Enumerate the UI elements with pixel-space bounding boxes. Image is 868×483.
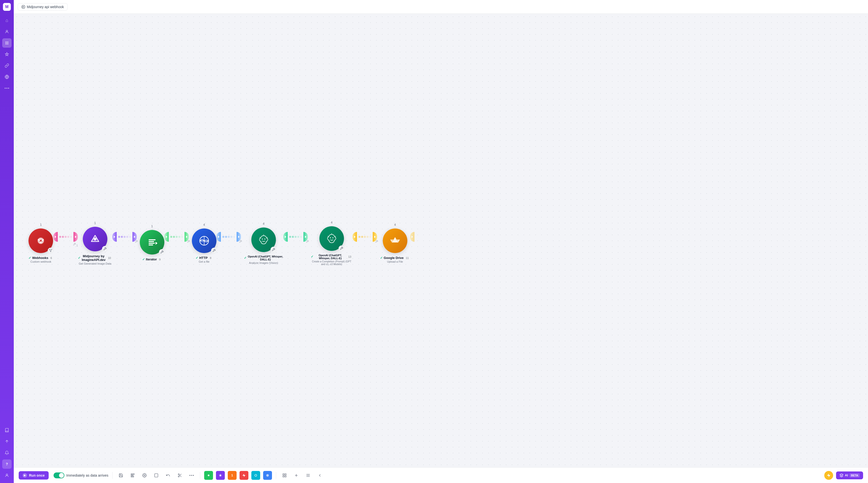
connector-5: [283, 232, 311, 242]
node-number: 4: [262, 222, 265, 225]
ai-button[interactable]: AI BETA: [836, 472, 863, 479]
node-circle-openai1[interactable]: [251, 228, 276, 252]
blue-tool-button[interactable]: [263, 471, 272, 480]
node-number: 4: [394, 223, 396, 227]
node-openai-completion[interactable]: 4 ✓ OpenAI (Chat: [311, 221, 352, 266]
sidebar-top-items: ⌂: [2, 16, 11, 425]
cyan-tool-button[interactable]: [251, 471, 260, 480]
main-area: Midjourney api webhook 1: [14, 0, 868, 483]
svg-rect-26: [131, 474, 134, 474]
end-arrow: [410, 232, 414, 242]
ai-label: AI: [845, 474, 848, 477]
divider-1: [112, 472, 113, 479]
svg-rect-15: [149, 239, 156, 240]
node-number: 1: [40, 223, 42, 227]
svg-point-9: [38, 239, 39, 241]
red-tool-button[interactable]: [240, 471, 248, 480]
sidebar-item-connections[interactable]: [2, 61, 11, 70]
run-once-label: Run once: [29, 474, 45, 477]
purple-tool-button[interactable]: [216, 471, 225, 480]
undo-button[interactable]: [164, 471, 173, 480]
node-webhooks[interactable]: 1: [29, 223, 53, 263]
scissors-button[interactable]: [176, 471, 184, 480]
svg-point-5: [6, 474, 8, 475]
connector-2: [112, 232, 140, 242]
collapse-button[interactable]: [315, 471, 324, 480]
sidebar-item-team[interactable]: [2, 27, 11, 36]
svg-point-24: [330, 237, 331, 238]
node-label-openai1: ✓ OpenAI (ChatGPT, Whisper, DALL-E) Anal…: [244, 255, 283, 264]
svg-rect-43: [283, 474, 284, 475]
back-button[interactable]: Midjourney api webhook: [18, 3, 68, 10]
workflow-canvas[interactable]: 1: [14, 14, 868, 467]
node-label-midjourney: ✓ Midjourney by ImagineAPI.dev 10 Get Ge…: [78, 254, 112, 265]
svg-point-3: [6, 88, 7, 89]
svg-point-0: [6, 30, 8, 32]
sidebar-item-globe[interactable]: [2, 72, 11, 82]
align-button[interactable]: [128, 471, 137, 480]
settings-button[interactable]: [140, 471, 149, 480]
more-options-button[interactable]: [187, 471, 196, 480]
node-circle-iterator[interactable]: [140, 230, 164, 254]
sidebar-item-user[interactable]: [2, 471, 11, 480]
run-once-button[interactable]: ▶ Run once: [19, 471, 49, 480]
sidebar-item-deploy[interactable]: [2, 437, 11, 446]
node-openai-vision[interactable]: 4 ✓ OpenAI (Chat: [244, 222, 283, 264]
connector-3: [164, 232, 192, 242]
svg-point-14: [94, 238, 97, 241]
grid-view-button[interactable]: [280, 471, 289, 480]
schedule-label: Immediately as data arrives: [66, 474, 108, 477]
svg-point-25: [333, 237, 333, 238]
add-module-button[interactable]: [292, 471, 301, 480]
svg-rect-17: [149, 243, 155, 244]
node-circle-googledrive[interactable]: [383, 229, 407, 253]
app-logo[interactable]: M: [3, 3, 11, 11]
svg-point-10: [42, 239, 44, 241]
svg-rect-30: [155, 474, 158, 477]
svg-marker-11: [49, 249, 52, 252]
sidebar-item-scenarios[interactable]: [2, 38, 11, 48]
sidebar-item-help[interactable]: ?: [2, 459, 11, 469]
sidebar-item-docs[interactable]: [2, 425, 11, 435]
spark-button[interactable]: [824, 471, 833, 480]
svg-rect-46: [285, 476, 286, 477]
save-button[interactable]: [117, 471, 125, 480]
green-tool-button[interactable]: [204, 471, 213, 480]
node-tool-wrench: [102, 246, 108, 252]
connector-4: [216, 232, 244, 242]
sidebar-item-home[interactable]: ⌂: [2, 16, 11, 25]
node-label-googledrive: ✓ Google Drive 11 Upload a File: [380, 256, 410, 263]
svg-point-38: [193, 475, 194, 476]
svg-point-31: [178, 474, 179, 475]
node-iterator[interactable]: 1 ✓ Iterator: [140, 224, 164, 262]
sidebar-item-more[interactable]: [2, 84, 11, 93]
node-google-drive[interactable]: 4 ✓ Google Drive 11 Upload a File: [380, 223, 410, 263]
node-tool-wrench: [211, 248, 217, 253]
node-circle-openai2[interactable]: [319, 226, 344, 251]
svg-point-32: [178, 476, 179, 477]
node-circle-webhooks[interactable]: [29, 229, 53, 253]
svg-rect-45: [283, 476, 284, 477]
node-midjourney[interactable]: 1 ✓ Midjourney by ImagineAPI.dev: [78, 221, 112, 265]
beta-badge: BETA: [849, 474, 860, 477]
node-label-http: ✓ HTTP 8 Get a file: [195, 256, 213, 263]
schedule-toggle[interactable]: [54, 473, 64, 478]
workflow-nodes: 1: [29, 221, 414, 266]
node-circle-http[interactable]: [192, 229, 216, 253]
sidebar-item-apps[interactable]: [2, 50, 11, 59]
window-button[interactable]: [152, 471, 161, 480]
sidebar: M ⌂ ?: [0, 0, 14, 483]
node-label-openai2: ✓ OpenAI (ChatGPT, Whisper, DALL-E) 13 C…: [311, 254, 352, 266]
svg-point-2: [5, 88, 6, 89]
sidebar-item-notifications[interactable]: [2, 448, 11, 457]
svg-point-36: [189, 475, 190, 476]
schedule-toggle-group: Immediately as data arrives: [54, 473, 108, 478]
node-circle-midjourney[interactable]: [83, 227, 107, 251]
header: Midjourney api webhook: [14, 0, 868, 14]
svg-point-40: [255, 474, 257, 476]
node-tool-filter: [48, 248, 54, 253]
svg-point-23: [265, 239, 265, 240]
node-http[interactable]: 4 ✓ HTTP: [192, 223, 216, 263]
list-view-button[interactable]: [304, 471, 312, 480]
orange-tool-button[interactable]: 1: [228, 471, 237, 480]
